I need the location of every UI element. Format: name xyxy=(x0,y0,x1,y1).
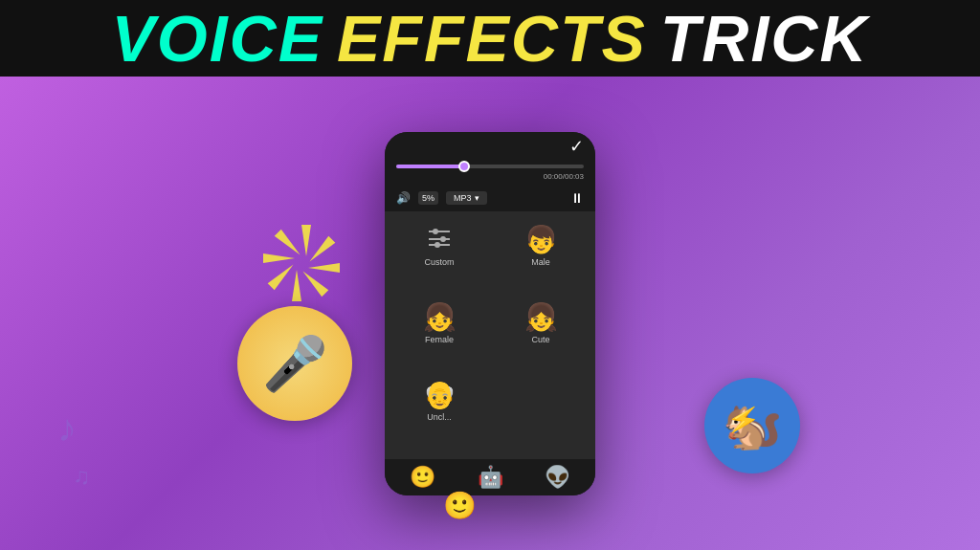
title-effects: EFFECTS xyxy=(337,1,647,76)
effect-female[interactable]: 👧 Female xyxy=(389,297,490,374)
effect-cute-icon: 👧 xyxy=(524,304,558,331)
effect-cute[interactable]: 👧 Cute xyxy=(490,297,591,374)
svg-marker-5 xyxy=(268,261,297,290)
effect-cute-label: Cute xyxy=(531,335,549,344)
svg-marker-6 xyxy=(263,253,295,263)
effect-male[interactable]: 👦 Male xyxy=(490,219,591,297)
time-display: 00:00/00:03 xyxy=(396,172,584,181)
svg-marker-0 xyxy=(301,225,311,256)
effect-female-label: Female xyxy=(425,335,454,344)
custom-sliders-icon xyxy=(427,227,452,253)
pause-button[interactable]: ⏸ xyxy=(570,190,584,206)
svg-point-13 xyxy=(434,242,440,248)
timeline-thumb[interactable] xyxy=(458,161,470,172)
effect-male-icon: 👦 xyxy=(524,227,558,253)
format-badge[interactable]: MP3 ▾ xyxy=(446,191,487,205)
svg-marker-4 xyxy=(292,270,301,301)
phone-mockup: ✓ 00:00/00:03 🔊 5% MP3 ▾ ⏸ xyxy=(385,132,595,495)
phone-top-bar: ✓ xyxy=(385,132,595,161)
smiley-bottom-decoration: 🙂 xyxy=(443,490,477,521)
volume-icon: 🔊 xyxy=(396,191,411,205)
effects-grid: Custom 👦 Male 👧 Female 👧 Cute 👴 Uncl... xyxy=(385,211,595,459)
phone-controls: 🔊 5% MP3 ▾ ⏸ xyxy=(385,185,595,211)
timeline-bar[interactable] xyxy=(396,165,584,168)
header-bar: VOICE EFFECTS TRICK xyxy=(0,0,980,77)
effect-uncle-label: Uncl... xyxy=(427,412,452,422)
effect-smiley[interactable]: 🙂 xyxy=(389,465,457,490)
svg-point-11 xyxy=(440,236,446,242)
effects-bottom-row: 🙂 🤖 👽 xyxy=(385,459,595,495)
title-voice: VOICE xyxy=(111,1,323,76)
effect-custom[interactable]: Custom xyxy=(389,219,490,297)
svg-marker-7 xyxy=(275,230,303,258)
effect-uncle-icon: 👴 xyxy=(423,382,457,408)
effect-robot[interactable]: 🤖 xyxy=(457,465,524,490)
effect-alien-icon: 👽 xyxy=(545,465,570,490)
format-label: MP3 xyxy=(454,193,472,203)
effect-uncle[interactable]: 👴 Uncl... xyxy=(389,374,490,451)
effect-alien[interactable]: 👽 xyxy=(523,465,591,490)
format-dropdown-arrow: ▾ xyxy=(475,193,479,203)
lightning-right-decoration: ⚡ xyxy=(724,401,762,438)
music-notes-decoration: ♪♫ xyxy=(57,407,90,493)
svg-marker-3 xyxy=(300,268,328,297)
phone-timeline: 00:00/00:03 xyxy=(385,161,595,185)
svg-marker-1 xyxy=(306,236,335,265)
main-content: ♪♫ 🎤 ⚡ ✓ 00:00/00:03 xyxy=(0,77,980,550)
effect-robot-icon: 🤖 xyxy=(478,465,503,490)
burst-rays-decoration xyxy=(258,220,345,306)
timeline-fill xyxy=(396,165,462,168)
effect-male-label: Male xyxy=(531,257,550,267)
effect-custom-label: Custom xyxy=(424,257,454,267)
svg-marker-2 xyxy=(308,263,340,273)
checkmark-icon[interactable]: ✓ xyxy=(569,136,584,157)
mic-circle-decoration: 🎤 xyxy=(237,306,352,421)
effect-smiley-icon: 🙂 xyxy=(410,465,435,490)
svg-point-9 xyxy=(433,229,438,234)
effect-female-icon: 👧 xyxy=(423,304,457,331)
title-trick: TRICK xyxy=(660,1,869,76)
volume-percent[interactable]: 5% xyxy=(418,191,438,205)
